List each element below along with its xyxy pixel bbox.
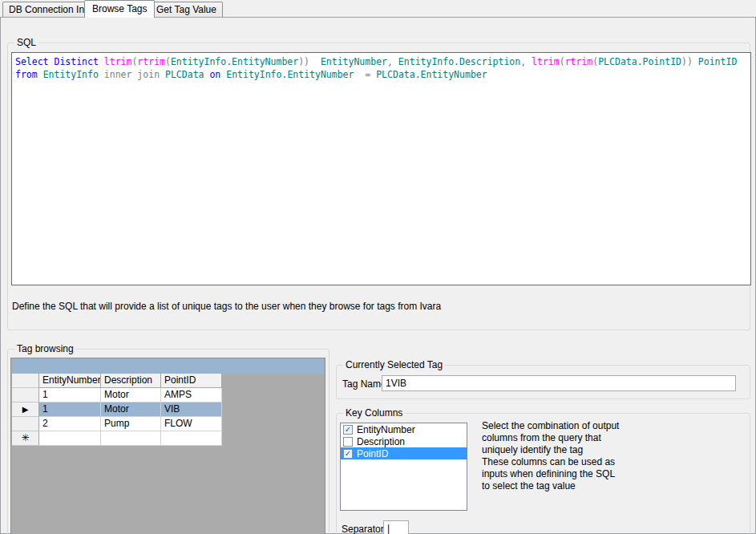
grid-corner-cell[interactable] xyxy=(12,374,39,388)
grid-header-row: EntityNumberDescriptionPointID xyxy=(12,374,222,388)
current-row-indicator[interactable]: ▶ xyxy=(12,403,39,417)
key-columns-help-text: Select the combination of outputcolumns … xyxy=(482,420,698,492)
separator-label: Separator: xyxy=(342,524,386,534)
grid-cell[interactable]: Motor xyxy=(101,388,161,403)
help-text-line: These columns can be used as xyxy=(482,456,698,468)
selected-tag-groupbox-title: Currently Selected Tag xyxy=(343,359,445,370)
sql-code-line-1: Select Distinct ltrim(rtrim(EntityInfo.E… xyxy=(15,55,747,68)
grid-cell[interactable]: 2 xyxy=(39,417,101,431)
key-columns-checklist[interactable]: ✓EntityNumberDescription✓PointID xyxy=(340,423,467,511)
key-column-label: Description xyxy=(357,436,405,447)
grid-cell[interactable]: VIB xyxy=(161,403,222,417)
checked-checkbox-icon[interactable]: ✓ xyxy=(343,425,353,435)
row-header[interactable] xyxy=(12,388,39,403)
separator-input[interactable] xyxy=(383,520,409,534)
key-column-item-description[interactable]: Description xyxy=(341,435,467,447)
checked-checkbox-icon[interactable]: ✓ xyxy=(343,449,353,459)
table-row[interactable]: 1MotorAMPS xyxy=(12,388,222,403)
browse-tags-tab-page: SQL Select Distinct ltrim(rtrim(EntityIn… xyxy=(0,17,756,534)
row-header[interactable] xyxy=(12,417,39,431)
new-row-asterisk-icon: ✳ xyxy=(21,432,29,443)
grid-column-header-description[interactable]: Description xyxy=(101,374,161,388)
sql-description-label: Define the SQL that will provide a list … xyxy=(12,301,742,312)
table-row[interactable]: ▶1MotorVIB xyxy=(12,403,222,417)
sql-query-editor[interactable]: Select Distinct ltrim(rtrim(EntityInfo.E… xyxy=(11,52,751,285)
grid-column-header-pointid[interactable]: PointID xyxy=(161,374,222,388)
grid-cell[interactable]: Pump xyxy=(101,417,161,431)
help-text-line: Select the combination of output xyxy=(482,420,698,432)
sql-code-line-2: from EntityInfo inner join PLCData on En… xyxy=(15,68,747,81)
tag-grid[interactable]: EntityNumberDescriptionPointID1MotorAMPS… xyxy=(10,358,325,534)
current-row-arrow-icon: ▶ xyxy=(22,405,29,414)
help-text-line: to select the tag value xyxy=(482,480,698,492)
tag-grid-caption-band xyxy=(12,358,324,374)
app-window: DB Connection InfoBrowse TagsGet Tag Val… xyxy=(0,0,756,534)
unchecked-checkbox-icon[interactable] xyxy=(343,437,353,447)
key-columns-groupbox-title: Key Columns xyxy=(343,407,405,419)
key-column-item-entitynumber[interactable]: ✓EntityNumber xyxy=(341,423,467,435)
help-text-line: uniquely identify the tag xyxy=(482,444,698,456)
grid-cell[interactable]: FLOW xyxy=(161,417,222,431)
grid-cell[interactable]: Motor xyxy=(101,403,161,417)
new-row-header[interactable]: ✳ xyxy=(12,431,39,446)
tab-strip: DB Connection InfoBrowse TagsGet Tag Val… xyxy=(0,0,756,18)
key-column-item-pointid[interactable]: ✓PointID xyxy=(341,447,467,459)
grid-cell[interactable]: 1 xyxy=(39,388,101,403)
grid-cell-empty[interactable] xyxy=(161,431,222,446)
tab-browse-tags[interactable]: Browse Tags xyxy=(84,0,155,18)
tag-name-input[interactable] xyxy=(382,375,736,391)
grid-cell-empty[interactable] xyxy=(101,431,161,446)
help-text-line: columns from the query that xyxy=(482,432,698,444)
help-text-line: inputs when definining the SQL xyxy=(482,468,698,480)
key-column-label: EntityNumber xyxy=(357,424,415,435)
sql-groupbox-title: SQL xyxy=(14,37,38,48)
grid-cell[interactable]: AMPS xyxy=(161,388,222,403)
grid-column-header-entitynumber[interactable]: EntityNumber xyxy=(39,374,101,388)
tag-browsing-groupbox-title: Tag browsing xyxy=(14,343,76,354)
grid-new-row[interactable]: ✳ xyxy=(12,431,222,446)
table-row[interactable]: 2PumpFLOW xyxy=(12,417,222,431)
key-column-label: PointID xyxy=(357,448,388,459)
grid-cell-empty[interactable] xyxy=(39,431,101,446)
grid-cell[interactable]: 1 xyxy=(39,403,101,417)
tab-get-tag-value[interactable]: Get Tag Value xyxy=(150,2,223,17)
